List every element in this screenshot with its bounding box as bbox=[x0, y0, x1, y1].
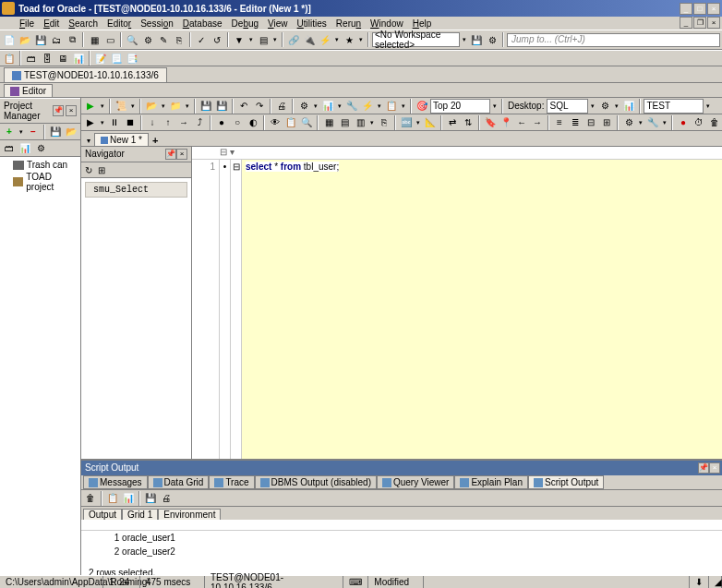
connection-tab[interactable]: TEST@NODE01-10.10.16.133/6 bbox=[4, 67, 167, 82]
tool2-button[interactable]: ✎ bbox=[156, 32, 171, 47]
d10[interactable]: ◐ bbox=[246, 115, 260, 130]
clone-button[interactable]: ⧉ bbox=[65, 32, 79, 47]
menu-file[interactable]: File bbox=[15, 18, 39, 29]
menu-session[interactable]: Session bbox=[136, 18, 178, 29]
fold-dot[interactable]: • bbox=[223, 162, 227, 172]
code-editor[interactable]: 1 • ⊟ select * from tbl_user; bbox=[192, 160, 722, 459]
mdi-close-button[interactable]: × bbox=[707, 17, 720, 29]
saveas-button[interactable]: 💾 bbox=[214, 99, 229, 114]
workspace-dropdown[interactable]: <No Workspace selected> bbox=[372, 32, 460, 47]
conn4-button[interactable]: ★ bbox=[342, 32, 356, 47]
pm-close-button[interactable]: × bbox=[66, 105, 77, 116]
g2[interactable]: ≣ bbox=[568, 115, 583, 130]
menu-window[interactable]: Window bbox=[366, 18, 408, 29]
t1-button[interactable]: ⚙ bbox=[296, 99, 311, 114]
workspace-arrow[interactable]: ▾ bbox=[461, 36, 468, 43]
ws-save-button[interactable]: 💾 bbox=[469, 32, 484, 47]
jump-input[interactable]: Jump to... (Ctrl+J) bbox=[507, 33, 720, 47]
pm-pin-button[interactable]: 📌 bbox=[53, 105, 64, 116]
f7[interactable]: ⇄ bbox=[445, 115, 460, 130]
out-tab-script[interactable]: Script Output bbox=[528, 475, 604, 489]
db1-button[interactable]: 🗃 bbox=[24, 51, 39, 66]
menu-search[interactable]: Search bbox=[64, 18, 102, 29]
cancel-button[interactable]: ● bbox=[676, 115, 691, 130]
print-button[interactable]: 🖨 bbox=[274, 99, 289, 114]
limit-button[interactable]: 🎯 bbox=[415, 99, 429, 114]
menu-utilities[interactable]: Utilities bbox=[293, 18, 331, 29]
folder-arrow[interactable]: ▾ bbox=[184, 102, 191, 110]
f6[interactable]: 📐 bbox=[423, 115, 438, 130]
db4-button[interactable]: 📊 bbox=[71, 51, 86, 66]
d1[interactable]: ▶ bbox=[83, 115, 98, 130]
menu-database[interactable]: Database bbox=[178, 18, 227, 29]
out-tab-datagrid[interactable]: Data Grid bbox=[148, 475, 210, 489]
sort-arrow[interactable]: ▾ bbox=[271, 36, 279, 43]
undo-button[interactable]: ↶ bbox=[236, 99, 251, 114]
ed2-button[interactable]: 📃 bbox=[109, 51, 124, 66]
tree-item-project[interactable]: TOAD project bbox=[2, 171, 78, 193]
out-close-button[interactable]: × bbox=[709, 462, 720, 474]
f10[interactable]: 📍 bbox=[499, 115, 513, 130]
script-arrow[interactable]: ▾ bbox=[129, 102, 137, 110]
conn3-button[interactable]: ⚡ bbox=[318, 32, 332, 47]
subtab-env[interactable]: Environment bbox=[158, 509, 221, 520]
editor-tab[interactable]: Editor bbox=[4, 84, 53, 97]
conn1-button[interactable]: 🔗 bbox=[286, 32, 301, 47]
t4-button[interactable]: ⚡ bbox=[360, 99, 375, 114]
code-line[interactable]: select * from tbl_user; bbox=[242, 160, 722, 459]
f1[interactable]: ▦ bbox=[321, 115, 336, 130]
md1-button[interactable]: ⚙ bbox=[597, 99, 612, 114]
nav-close-button[interactable]: × bbox=[176, 149, 187, 160]
g5[interactable]: ⚙ bbox=[621, 115, 636, 130]
d5[interactable]: ↑ bbox=[161, 115, 175, 130]
g6[interactable]: 🔧 bbox=[645, 115, 660, 130]
f2[interactable]: ▤ bbox=[337, 115, 352, 130]
g3[interactable]: ⊟ bbox=[584, 115, 598, 130]
menu-help[interactable]: Help bbox=[408, 18, 437, 29]
nav-refresh-button[interactable]: ↻ bbox=[83, 164, 94, 175]
new-button[interactable]: 📄 bbox=[2, 32, 17, 47]
d2[interactable]: ⏸ bbox=[107, 115, 122, 130]
fold-box[interactable]: ⊟ bbox=[233, 162, 240, 172]
out-clear-button[interactable]: 🗑 bbox=[83, 491, 98, 506]
md2-button[interactable]: 📊 bbox=[621, 99, 636, 114]
db2-button[interactable]: 🗄 bbox=[40, 51, 54, 66]
nav-pin-button[interactable]: 📌 bbox=[165, 149, 176, 160]
g4[interactable]: ⊞ bbox=[599, 115, 614, 130]
file-tab[interactable]: New 1 * bbox=[94, 133, 149, 146]
d13[interactable]: 🔍 bbox=[299, 115, 314, 130]
nav-expand-button[interactable]: ⊞ bbox=[96, 164, 107, 175]
f4[interactable]: ⎘ bbox=[377, 115, 391, 130]
subtab-output[interactable]: Output bbox=[83, 509, 122, 520]
execute-button[interactable]: ▶ bbox=[83, 99, 98, 114]
f11[interactable]: ← bbox=[514, 115, 529, 130]
f12[interactable]: → bbox=[530, 115, 545, 130]
d4[interactable]: ↓ bbox=[145, 115, 160, 130]
save2-button[interactable]: 💾 bbox=[199, 99, 213, 114]
menu-debug[interactable]: Debug bbox=[227, 18, 263, 29]
pm-add-button[interactable]: + bbox=[2, 125, 17, 139]
conn3-arrow[interactable]: ▾ bbox=[333, 36, 341, 43]
open-button[interactable]: 📂 bbox=[18, 32, 32, 47]
open2-button[interactable]: 📂 bbox=[144, 99, 159, 114]
subtab-grid[interactable]: Grid 1 bbox=[122, 509, 158, 520]
t3-button[interactable]: 🔧 bbox=[344, 99, 359, 114]
redo-button[interactable]: ↷ bbox=[252, 99, 267, 114]
d9[interactable]: ○ bbox=[230, 115, 245, 130]
d7[interactable]: ⤴ bbox=[192, 115, 207, 130]
nav-item[interactable]: smu_Select bbox=[85, 182, 187, 198]
clip-button[interactable]: 📋 bbox=[2, 51, 17, 66]
pm-open-button[interactable]: 📂 bbox=[64, 125, 78, 139]
pm-t3-button[interactable]: ⚙ bbox=[33, 141, 48, 156]
status-resize[interactable]: ◢ bbox=[709, 576, 722, 588]
mode-dropdown[interactable]: SQL bbox=[547, 99, 588, 114]
d12[interactable]: 📋 bbox=[283, 115, 298, 130]
f8[interactable]: ⇅ bbox=[461, 115, 475, 130]
minimize-button[interactable]: _ bbox=[680, 3, 692, 15]
ed1-button[interactable]: 📝 bbox=[93, 51, 108, 66]
pm-save-button[interactable]: 💾 bbox=[48, 125, 63, 139]
open2-arrow[interactable]: ▾ bbox=[160, 102, 167, 110]
d8[interactable]: ● bbox=[214, 115, 229, 130]
menu-editor[interactable]: Editor bbox=[102, 18, 136, 29]
folder-button[interactable]: 📁 bbox=[168, 99, 183, 114]
